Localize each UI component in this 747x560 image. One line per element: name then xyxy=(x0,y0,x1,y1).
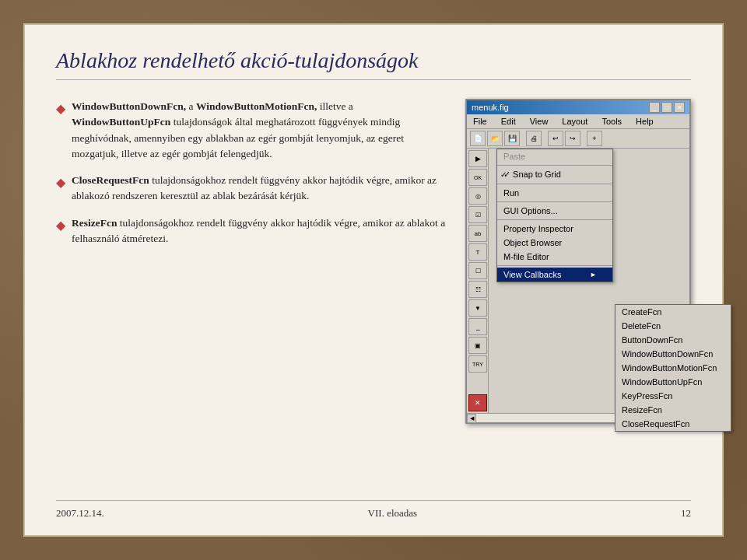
list-item: ◆ ResizeFcn tulajdonságokhoz rendelt füg… xyxy=(56,215,450,247)
toolbar-undo[interactable]: ↩ xyxy=(548,131,563,146)
ctx-separator2 xyxy=(497,184,612,184)
close-button[interactable]: ✕ xyxy=(674,102,685,113)
ctx-separator4 xyxy=(497,219,612,220)
content-area: ◆ WindowButtonDownFcn, a WindowButtonMot… xyxy=(56,99,691,500)
footer-page: 12 xyxy=(681,507,691,520)
keyword2: WindowButtonMotionFcn, xyxy=(196,100,317,112)
ctx-object-browser[interactable]: Object Browser xyxy=(497,236,612,250)
keyword5: ResizeFcn xyxy=(72,217,117,229)
menu-help[interactable]: Help xyxy=(633,116,657,127)
tool-delete[interactable]: ✕ xyxy=(468,394,487,411)
submenu-windowbuttondownfcn[interactable]: WindowButtonDownFcn xyxy=(615,347,731,361)
tool-popup[interactable]: ▼ xyxy=(468,299,487,317)
tool-axes[interactable]: ▣ xyxy=(468,337,487,354)
maximize-button[interactable]: □ xyxy=(661,102,672,113)
ctx-view-callbacks[interactable]: View Callbacks ► xyxy=(497,268,612,282)
menu-view[interactable]: View xyxy=(527,116,552,127)
ctx-snap-to-grid[interactable]: ✓ Snap to Grid xyxy=(497,167,612,182)
window-title: menuk.fig xyxy=(472,103,509,112)
tool-list[interactable]: ☷ xyxy=(468,281,487,298)
menu-edit[interactable]: Edit xyxy=(498,116,519,127)
ctx-separator3 xyxy=(497,201,612,202)
scroll-left[interactable]: ◀ xyxy=(467,414,476,423)
slide-title: Ablakhoz rendelhető akció-tulajdonságok xyxy=(56,48,691,80)
ctx-gui-options[interactable]: GUI Options... xyxy=(497,204,612,218)
ctx-paste[interactable]: Paste xyxy=(497,149,612,163)
submenu-deletefcn[interactable]: DeleteFcn xyxy=(615,319,731,333)
submenu-buttondownfcn[interactable]: ButtonDownFcn xyxy=(615,333,731,347)
keyword: WindowButtonDownFcn, xyxy=(72,100,186,112)
tool-button[interactable]: OK xyxy=(468,169,487,186)
slide-footer: 2007.12.14. VII. eloadas 12 xyxy=(56,500,691,520)
screenshot-column: menuk.fig _ □ ✕ File Edit View Layout To… xyxy=(465,99,691,500)
submenu-arrow: ► xyxy=(590,271,597,278)
window-content: ▶ OK ◎ ☑ ab T ☐ ☷ ▼ ⎯ ▣ TRY ✕ xyxy=(467,149,689,413)
bullet-text: CloseRequestFcn tulajdonságokhoz rendelt… xyxy=(72,173,450,205)
bullet-icon: ◆ xyxy=(56,100,65,118)
bullet-icon: ◆ xyxy=(56,173,65,192)
keyword4: CloseRequestFcn xyxy=(72,174,149,186)
window-toolbar: 📄 📂 💾 🖨 ↩ ↪ + xyxy=(467,129,689,149)
footer-date: 2007.12.14. xyxy=(56,507,104,520)
menu-file[interactable]: File xyxy=(470,116,490,127)
ctx-property-inspector[interactable]: Property Inspector xyxy=(497,222,612,236)
tool-cursor[interactable]: ▶ xyxy=(468,150,487,167)
slide: Ablakhoz rendelhető akció-tulajdonságok … xyxy=(23,23,724,537)
menu-tools[interactable]: Tools xyxy=(598,116,625,127)
list-item: ◆ WindowButtonDownFcn, a WindowButtonMot… xyxy=(56,99,450,162)
sidebar-tools: ▶ OK ◎ ☑ ab T ☐ ☷ ▼ ⎯ ▣ TRY ✕ xyxy=(467,149,489,413)
bullet-text: WindowButtonDownFcn, a WindowButtonMotio… xyxy=(72,99,450,162)
window-controls[interactable]: _ □ ✕ xyxy=(649,102,685,113)
bullet-icon: ◆ xyxy=(56,216,65,235)
tool-edit[interactable]: ab xyxy=(468,225,487,242)
toolbar-redo[interactable]: ↪ xyxy=(565,131,580,146)
toolbar-save[interactable]: 💾 xyxy=(504,131,520,146)
tool-try[interactable]: TRY xyxy=(468,355,487,373)
list-item: ◆ CloseRequestFcn tulajdonságokhoz rende… xyxy=(56,173,450,205)
ctx-separator5 xyxy=(497,265,612,266)
toolbar-print[interactable]: 🖨 xyxy=(526,131,542,146)
matlab-window: menuk.fig _ □ ✕ File Edit View Layout To… xyxy=(465,99,691,424)
tool-check[interactable]: ☑ xyxy=(468,206,487,223)
ctx-mfile-editor[interactable]: M-file Editor xyxy=(497,250,612,264)
submenu-createfcn[interactable]: CreateFcn xyxy=(615,305,731,319)
toolbar-extra[interactable]: + xyxy=(587,131,602,146)
toolbar-open[interactable]: 📂 xyxy=(487,131,503,146)
ctx-separator xyxy=(497,165,612,166)
tool-radio[interactable]: ◎ xyxy=(468,187,487,205)
toolbar-new[interactable]: 📄 xyxy=(470,131,486,146)
menu-layout[interactable]: Layout xyxy=(559,116,591,127)
submenu-closerequestfcn[interactable]: CloseRequestFcn xyxy=(615,417,731,431)
submenu-resizefcn[interactable]: ResizeFcn xyxy=(615,403,731,417)
keyword3: WindowButtonUpFcn xyxy=(72,116,170,128)
main-canvas[interactable]: Paste ✓ Snap to Grid Run GUI Options... … xyxy=(489,149,689,413)
tool-slider[interactable]: ⎯ xyxy=(468,318,487,335)
tool-text[interactable]: T xyxy=(468,243,487,261)
submenu-windowbuttonupfcn[interactable]: WindowButtonUpFcn xyxy=(615,375,731,389)
submenu-keypressfcn[interactable]: KeyPressFcn xyxy=(615,389,731,403)
tool-frame[interactable]: ☐ xyxy=(468,262,487,279)
ctx-run[interactable]: Run xyxy=(497,186,612,200)
window-titlebar: menuk.fig _ □ ✕ xyxy=(467,100,689,114)
window-menubar[interactable]: File Edit View Layout Tools Help xyxy=(467,114,689,129)
text-column: ◆ WindowButtonDownFcn, a WindowButtonMot… xyxy=(56,99,450,500)
bullet-text: ResizeFcn tulajdonságokhoz rendelt függv… xyxy=(72,215,450,247)
footer-center: VII. eloadas xyxy=(368,507,418,520)
context-menu[interactable]: Paste ✓ Snap to Grid Run GUI Options... … xyxy=(496,149,613,282)
submenu-windowbuttonmotionfcn[interactable]: WindowButtonMotionFcn xyxy=(615,361,731,375)
minimize-button[interactable]: _ xyxy=(649,102,660,113)
submenu-callbacks[interactable]: CreateFcn DeleteFcn ButtonDownFcn Window… xyxy=(615,304,731,432)
